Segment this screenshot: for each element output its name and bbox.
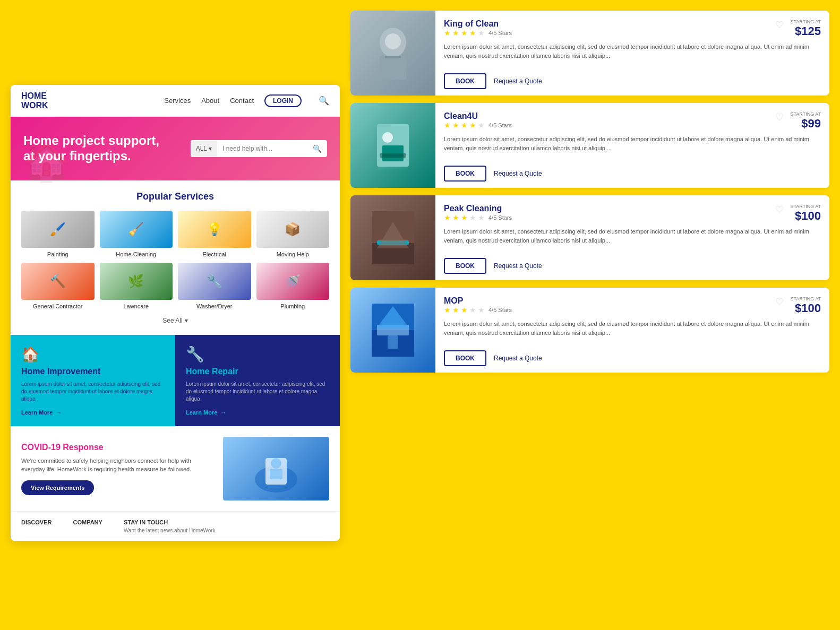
nav-links: Services About Contact LOGIN 🔍 [164,94,329,107]
website-mockup: HOME WORK Services About Contact LOGIN 🔍… [11,85,340,541]
category-banners: 🏠 Home Improvement Lorem ipsum dolor sit… [11,335,340,426]
see-all-button[interactable]: See All ▾ [21,317,329,324]
service-electrical[interactable]: 💡 Electrical [178,211,251,257]
nav-about[interactable]: About [201,97,219,105]
nav-services[interactable]: Services [164,97,191,105]
improvement-desc: Lorem ipsum dolor sit amet, consectetur … [21,381,165,403]
clean4u-price: $99 [801,117,821,130]
peak-cleaning-header: Peak Cleaning ★ ★ ★ ★ ★ 4/5 Stars ♡ STAR… [444,204,821,225]
service-washer-dryer[interactable]: 🔧 Washer/Dryer [178,263,251,309]
service-moving-help[interactable]: 📦 Moving Help [256,211,330,257]
clean4u-book-button[interactable]: BOOK [444,166,486,182]
star-2: ★ [452,306,459,314]
king-of-clean-price-block: STARTING AT $125 [790,19,821,38]
covid-title: COVID-19 Response [21,443,215,452]
svg-rect-2 [270,469,282,479]
popular-services-title: Popular Services [21,191,329,202]
arrow-right-icon: → [220,409,226,416]
search-filter-all[interactable]: ALL ▾ [191,141,217,157]
clean4u-body: Clean4U ★ ★ ★ ★ ★ 4/5 Stars ♡ STARTING A… [435,103,829,188]
footer-discover: DISCOVER [21,519,52,533]
login-button[interactable]: LOGIN [264,94,302,107]
covid-text-block: COVID-19 Response We're committed to saf… [21,443,215,495]
contractor-image: 🔨 [21,263,95,300]
service-painting[interactable]: 🖌️ Painting [21,211,95,257]
service-card-mop: MOP ★ ★ ★ ★ ★ 4/5 Stars ♡ STARTING AT $1… [350,288,829,373]
svg-point-10 [382,132,393,143]
starting-at-label: STARTING AT [790,296,821,301]
king-of-clean-header: King of Clean ★ ★ ★ ★ ★ 4/5 Stars ♡ STAR… [444,19,821,40]
improvement-learn-more-link[interactable]: Learn More → [21,409,165,416]
mop-book-button[interactable]: BOOK [444,350,486,366]
star-1: ★ [444,306,451,314]
search-submit-button[interactable]: 🔍 [307,140,327,157]
logo[interactable]: HOME WORK [21,91,48,110]
service-general-contractor[interactable]: 🔨 General Contractor [21,263,95,309]
star-2: ★ [452,29,459,37]
repair-title: Home Repair [186,366,329,376]
peak-cleaning-desc: Lorem ipsum dolor sit amet, consectetur … [444,227,821,252]
star-2: ★ [452,121,459,130]
star-4: ★ [469,306,476,314]
svg-rect-20 [388,335,398,349]
peak-cleaning-actions: BOOK Request a Quote [444,258,821,274]
king-of-clean-price: $125 [795,24,821,38]
peak-cleaning-name: Peak Cleaning [444,204,512,213]
clean4u-name: Clean4U [444,111,512,121]
clean4u-quote-link[interactable]: Request a Quote [494,170,542,177]
plumbing-label: Plumbing [256,303,330,309]
clean4u-price-block: STARTING AT $99 [790,111,821,131]
home-cleaning-label: Home Cleaning [100,251,173,257]
search-bar[interactable]: ALL ▾ 🔍 [191,140,327,157]
painting-label: Painting [21,251,95,257]
clean4u-image [350,103,435,188]
svg-rect-7 [385,56,401,58]
mop-actions: BOOK Request a Quote [444,350,821,366]
footer-company: COMPANY [73,519,102,533]
peak-cleaning-body: Peak Cleaning ★ ★ ★ ★ ★ 4/5 Stars ♡ STAR… [435,195,829,280]
king-of-clean-body: King of Clean ★ ★ ★ ★ ★ 4/5 Stars ♡ STAR… [435,11,829,96]
repair-desc: Lorem ipsum dolor sit amet, consectetur … [186,381,329,403]
arrow-right-icon: → [56,409,62,416]
wrench-icon: 🔧 [186,346,329,363]
clean4u-header: Clean4U ★ ★ ★ ★ ★ 4/5 Stars ♡ STARTING A… [444,111,821,133]
king-of-clean-quote-link[interactable]: Request a Quote [494,77,542,85]
service-card-clean4u: Clean4U ★ ★ ★ ★ ★ 4/5 Stars ♡ STARTING A… [350,103,829,188]
peak-cleaning-quote-link[interactable]: Request a Quote [494,262,542,270]
service-plumbing[interactable]: 🚿 Plumbing [256,263,330,309]
favorite-icon[interactable]: ♡ [775,19,784,31]
mop-body: MOP ★ ★ ★ ★ ★ 4/5 Stars ♡ STARTING AT $1… [435,288,829,373]
electrical-label: Electrical [178,251,251,257]
king-of-clean-book-button[interactable]: BOOK [444,73,486,89]
nav-contact[interactable]: Contact [230,97,254,105]
starting-at-label: STARTING AT [790,204,821,209]
footer-stay-in-touch: STAY IN TOUCH Want the latest news about… [124,519,216,533]
lawncare-image: 🌿 [100,263,173,300]
star-1: ★ [444,213,451,222]
service-lawncare[interactable]: 🌿 Lawncare [100,263,173,309]
mop-quote-link[interactable]: Request a Quote [494,355,542,362]
peak-cleaning-book-button[interactable]: BOOK [444,258,486,274]
star-5: ★ [478,306,485,314]
favorite-icon[interactable]: ♡ [775,111,784,123]
svg-point-6 [385,33,401,49]
hero-section: 🏠 Home project support, at your fingerti… [11,117,340,180]
search-icon[interactable]: 🔍 [319,96,329,106]
star-3: ★ [461,121,468,130]
mop-price-block: STARTING AT $100 [790,296,821,315]
search-input[interactable] [217,141,307,157]
moving-help-image: 📦 [256,211,330,248]
repair-learn-more-link[interactable]: Learn More → [186,409,329,416]
peak-cleaning-stars: ★ ★ ★ ★ ★ 4/5 Stars [444,213,512,222]
service-home-cleaning[interactable]: 🧹 Home Cleaning [100,211,173,257]
view-requirements-button[interactable]: View Requirements [21,480,94,495]
mop-image [350,288,435,373]
star-3: ★ [461,29,468,37]
electrical-image: 💡 [178,211,251,248]
star-1: ★ [444,29,451,37]
favorite-icon[interactable]: ♡ [775,204,784,215]
king-of-clean-name: King of Clean [444,19,512,29]
improvement-title: Home Improvement [21,366,165,376]
favorite-icon[interactable]: ♡ [775,296,784,308]
mop-rating-label: 4/5 Stars [488,307,512,313]
